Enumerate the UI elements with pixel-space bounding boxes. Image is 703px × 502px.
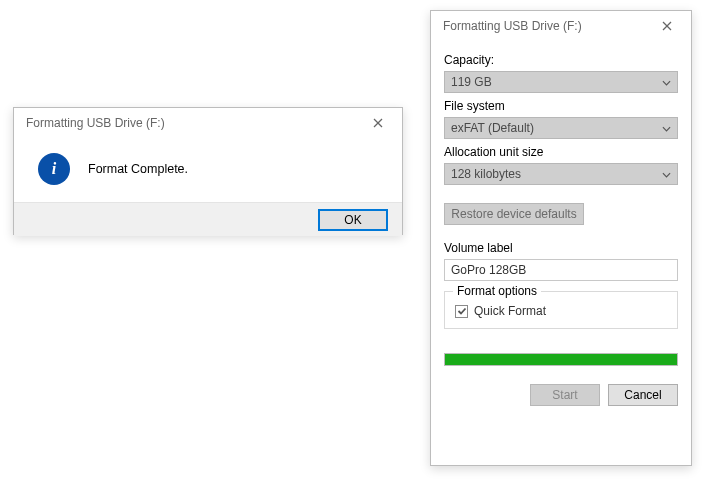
format-complete-dialog: Formatting USB Drive (F:) i Format Compl… [13,107,403,235]
dialog-footer: OK [14,202,402,236]
quick-format-label: Quick Format [474,304,546,318]
format-options-group: Format options Quick Format [444,291,678,329]
volume-label-input[interactable] [444,259,678,281]
titlebar: Formatting USB Drive (F:) [431,11,691,41]
volume-label-label: Volume label [444,241,678,255]
capacity-select[interactable]: 119 GB [444,71,678,93]
start-button[interactable]: Start [530,384,600,406]
alloc-select[interactable]: 128 kilobytes [444,163,678,185]
chevron-down-icon [662,121,671,135]
format-dialog: Formatting USB Drive (F:) Capacity: 119 … [430,10,692,466]
message-text: Format Complete. [88,162,188,176]
alloc-value: 128 kilobytes [451,167,521,181]
dialog-body: i Format Complete. [14,138,402,202]
close-icon[interactable] [362,109,394,137]
cancel-button[interactable]: Cancel [608,384,678,406]
alloc-label: Allocation unit size [444,145,678,159]
ok-button[interactable]: OK [318,209,388,231]
titlebar: Formatting USB Drive (F:) [14,108,402,138]
format-options-label: Format options [453,284,541,298]
dialog-content: Capacity: 119 GB File system exFAT (Defa… [431,41,691,416]
capacity-value: 119 GB [451,75,492,89]
progress-bar [444,353,678,366]
filesystem-select[interactable]: exFAT (Default) [444,117,678,139]
chevron-down-icon [662,75,671,89]
filesystem-value: exFAT (Default) [451,121,534,135]
info-icon: i [38,153,70,185]
quick-format-checkbox[interactable] [455,305,468,318]
quick-format-row[interactable]: Quick Format [455,304,667,318]
close-icon[interactable] [651,12,683,40]
dialog-footer: Start Cancel [444,384,678,406]
progress-fill [445,354,677,365]
window-title: Formatting USB Drive (F:) [443,19,651,33]
capacity-label: Capacity: [444,53,678,67]
chevron-down-icon [662,167,671,181]
window-title: Formatting USB Drive (F:) [26,116,362,130]
filesystem-label: File system [444,99,678,113]
restore-defaults-button[interactable]: Restore device defaults [444,203,584,225]
